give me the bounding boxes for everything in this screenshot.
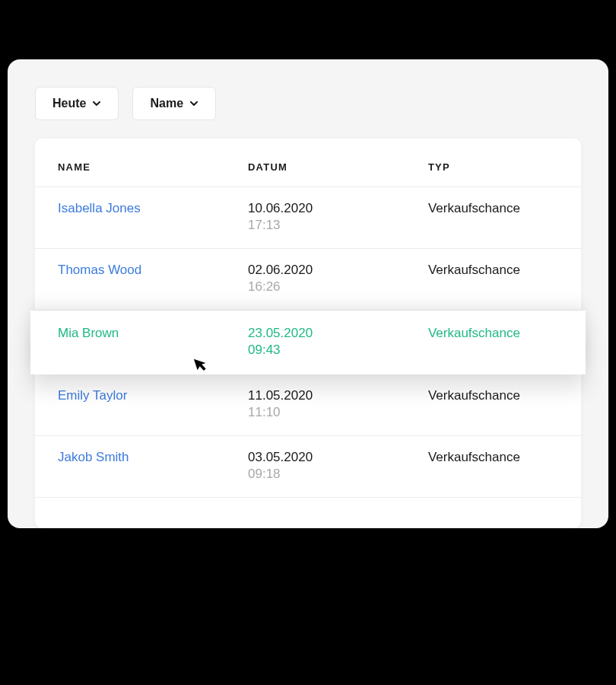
row-date-cell: 02.06.202016:26: [248, 263, 428, 295]
sort-filter-label: Name: [150, 97, 183, 110]
table-body: Isabella Jones10.06.202017:13Verkaufscha…: [35, 187, 581, 498]
table-row[interactable]: Mia Brown23.05.202009:43Verkaufschance: [30, 311, 586, 374]
column-header-type: TYP: [428, 161, 558, 173]
column-header-name: NAME: [58, 161, 248, 173]
row-date-cell: 11.05.202011:10: [248, 388, 428, 420]
row-date: 11.05.2020: [248, 388, 428, 403]
table-header-row: NAME DATUM TYP: [35, 139, 581, 187]
row-name-link[interactable]: Mia Brown: [58, 326, 119, 340]
row-time: 16:26: [248, 279, 428, 295]
row-time: 17:13: [248, 218, 428, 233]
row-time: 11:10: [248, 405, 428, 420]
row-name-link[interactable]: Isabella Jones: [58, 201, 141, 215]
row-name-link[interactable]: Emily Taylor: [58, 388, 127, 403]
table-row[interactable]: Thomas Wood02.06.202016:26Verkaufschance: [35, 249, 581, 311]
row-type: Verkaufschance: [428, 263, 558, 278]
chevron-down-icon: [189, 99, 198, 108]
table-row[interactable]: Emily Taylor11.05.202011:10Verkaufschanc…: [35, 374, 581, 436]
row-date-cell: 03.05.202009:18: [248, 450, 428, 482]
main-panel: Heute Name NAME DATUM TYP Isabella Jones…: [8, 59, 608, 528]
row-name-link[interactable]: Thomas Wood: [58, 263, 141, 277]
row-date-cell: 10.06.202017:13: [248, 201, 428, 233]
sort-filter-button[interactable]: Name: [132, 87, 216, 120]
row-type: Verkaufschance: [428, 326, 558, 341]
row-date: 23.05.2020: [248, 326, 428, 341]
chevron-down-icon: [92, 99, 101, 108]
row-type: Verkaufschance: [428, 388, 558, 403]
table-row[interactable]: Jakob Smith03.05.202009:18Verkaufschance: [35, 436, 581, 498]
row-date: 03.05.2020: [248, 450, 428, 465]
column-header-date: DATUM: [248, 161, 428, 173]
date-filter-button[interactable]: Heute: [35, 87, 119, 120]
row-time: 09:43: [248, 342, 428, 358]
row-date: 10.06.2020: [248, 201, 428, 216]
data-table: NAME DATUM TYP Isabella Jones10.06.20201…: [35, 139, 581, 528]
row-type: Verkaufschance: [428, 450, 558, 465]
row-time: 09:18: [248, 467, 428, 482]
date-filter-label: Heute: [52, 97, 86, 110]
row-name-link[interactable]: Jakob Smith: [58, 450, 129, 464]
row-date-cell: 23.05.202009:43: [248, 326, 428, 358]
table-row[interactable]: Isabella Jones10.06.202017:13Verkaufscha…: [35, 187, 581, 249]
row-type: Verkaufschance: [428, 201, 558, 216]
filter-bar: Heute Name: [8, 87, 608, 139]
row-date: 02.06.2020: [248, 263, 428, 278]
